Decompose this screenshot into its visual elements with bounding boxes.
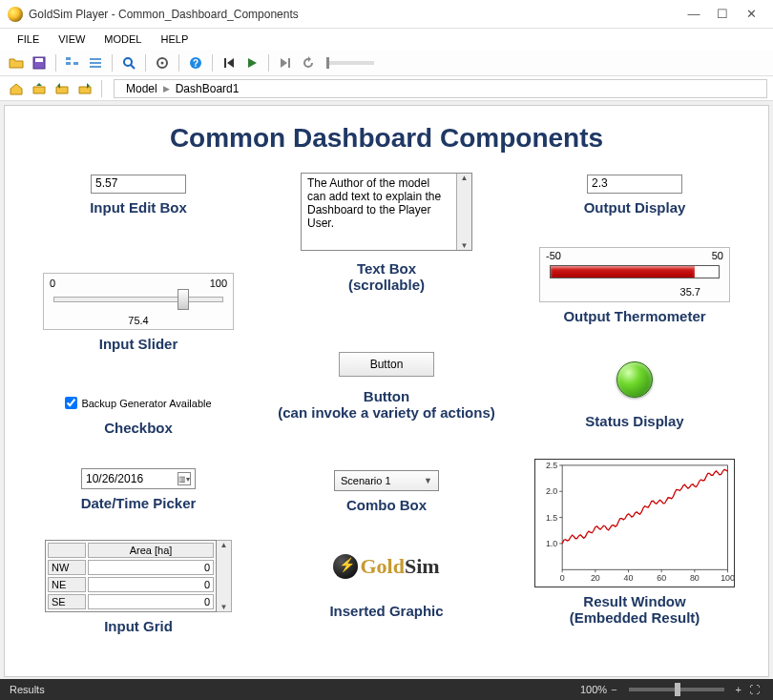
zoom-fit-button[interactable]: ⛶: [745, 684, 763, 695]
grid-scrollbar[interactable]: ▲▼: [217, 540, 232, 612]
datepicker-label: Date/Time Picker: [24, 495, 253, 511]
breadcrumb-page[interactable]: DashBoard1: [172, 82, 243, 95]
textbox-label-1: Text Box: [272, 260, 501, 277]
therm-max: 50: [712, 250, 723, 261]
zoom-slider[interactable]: [629, 688, 724, 691]
button-label-1: Button: [253, 388, 520, 404]
svg-rect-6: [90, 62, 101, 64]
menu-model[interactable]: MODEL: [94, 31, 151, 47]
slider-value: 75.4: [44, 315, 233, 326]
combo-box[interactable]: Scenario 1 ▼: [334, 470, 439, 491]
help-icon[interactable]: ?: [185, 52, 206, 73]
menu-file[interactable]: FILE: [8, 31, 49, 47]
grid-row-name: NE: [48, 577, 86, 592]
svg-text:?: ?: [193, 58, 198, 69]
result-label-1: Result Window: [520, 593, 749, 609]
textbox-content: The Author of the model can add text to …: [302, 174, 456, 250]
grid-row-name: NW: [48, 560, 86, 575]
menu-bar: FILE VIEW MODEL HELP: [0, 29, 773, 50]
svg-text:0: 0: [560, 573, 565, 583]
minimize-button[interactable]: —: [679, 7, 708, 21]
svg-line-9: [131, 65, 135, 69]
open-icon[interactable]: [6, 52, 27, 73]
checkbox-input[interactable]: [65, 397, 77, 409]
chevron-right-icon: ▶: [161, 84, 172, 93]
status-display-label: Status Display: [520, 413, 749, 429]
input-grid-label: Input Grid: [24, 618, 253, 634]
svg-rect-14: [224, 58, 226, 68]
breadcrumb[interactable]: Model ▶ DashBoard1: [114, 79, 767, 98]
slider-max: 100: [210, 278, 227, 289]
button-label-2: (can invoke a variety of actions): [253, 404, 520, 421]
logo-orb-icon: [333, 554, 358, 579]
date-time-picker[interactable]: 10/26/2016 ▥▾: [81, 468, 196, 489]
svg-rect-4: [73, 62, 78, 65]
svg-text:2.5: 2.5: [546, 461, 557, 470]
maximize-button[interactable]: ☐: [708, 7, 737, 21]
svg-rect-15: [288, 58, 290, 68]
nav-forward-icon[interactable]: [74, 78, 95, 99]
result-chart[interactable]: 1.01.52.02.5020406080100: [534, 459, 735, 587]
svg-text:80: 80: [690, 573, 700, 583]
input-slider[interactable]: 0 100 75.4: [43, 273, 234, 330]
text-box[interactable]: The Author of the model can add text to …: [301, 173, 472, 251]
page-title: Common Dashboard Components: [5, 106, 768, 154]
nav-back-icon[interactable]: [52, 78, 73, 99]
grid-cell[interactable]: 0: [88, 594, 214, 609]
zoom-out-button[interactable]: −: [607, 684, 620, 695]
svg-text:1.5: 1.5: [546, 513, 557, 523]
list-icon[interactable]: [85, 52, 106, 73]
skip-back-icon[interactable]: [219, 52, 240, 73]
status-led-icon: [616, 361, 653, 398]
close-button[interactable]: ✕: [737, 7, 765, 21]
breadcrumb-root[interactable]: Model: [122, 82, 161, 95]
toolbar: ?: [0, 50, 773, 76]
svg-rect-1: [35, 58, 43, 62]
checkbox-label: Checkbox: [24, 420, 253, 436]
textbox-scrollbar[interactable]: ▲▼: [456, 174, 471, 250]
slider-min: 0: [50, 278, 55, 289]
play-icon[interactable]: [241, 52, 262, 73]
checkbox-text: Backup Generator Available: [81, 398, 211, 409]
input-edit-label: Input Edit Box: [24, 199, 253, 216]
svg-text:20: 20: [591, 573, 600, 583]
textbox-label-2: (scrollable): [272, 277, 501, 293]
svg-text:1.0: 1.0: [546, 539, 557, 548]
input-grid[interactable]: Area [ha] NW0 NE0 SE0 ▲▼: [45, 540, 232, 612]
grid-cell[interactable]: 0: [88, 560, 214, 575]
status-bar: Results 100% − + ⛶: [0, 679, 773, 700]
svg-text:100: 100: [721, 573, 734, 583]
svg-text:40: 40: [624, 573, 634, 583]
zoom-in-button[interactable]: +: [732, 684, 745, 695]
grid-cell[interactable]: 0: [88, 577, 214, 592]
search-icon[interactable]: [118, 52, 139, 73]
svg-rect-2: [66, 57, 71, 60]
svg-text:2.0: 2.0: [546, 486, 557, 496]
speed-slider[interactable]: [326, 61, 374, 65]
settings-icon[interactable]: [152, 52, 173, 73]
nav-bar: Model ▶ DashBoard1: [0, 76, 773, 101]
svg-rect-7: [90, 66, 101, 68]
tree-icon[interactable]: [62, 52, 83, 73]
svg-point-8: [124, 58, 132, 66]
combo-value: Scenario 1: [341, 475, 391, 486]
svg-rect-5: [90, 58, 101, 60]
menu-view[interactable]: VIEW: [49, 31, 94, 47]
output-thermometer: -50 50 35.7: [539, 247, 730, 302]
calendar-icon[interactable]: ▥▾: [178, 472, 191, 485]
checkbox-backup-generator[interactable]: Backup Generator Available: [65, 397, 211, 409]
combo-label: Combo Box: [272, 497, 501, 513]
save-icon[interactable]: [29, 52, 50, 73]
refresh-icon[interactable]: [298, 52, 319, 73]
input-edit-box[interactable]: 5.57: [91, 175, 186, 194]
therm-min: -50: [546, 250, 561, 261]
dashboard-button[interactable]: Button: [339, 352, 434, 377]
slider-thumb[interactable]: [178, 289, 189, 310]
menu-help[interactable]: HELP: [151, 31, 198, 47]
window-title: GoldSim Player - Common_Dashboard_Compon…: [29, 8, 679, 21]
skip-forward-icon[interactable]: [275, 52, 296, 73]
nav-up-icon[interactable]: [29, 78, 50, 99]
inserted-graphic-label: Inserted Graphic: [272, 603, 501, 619]
nav-home-icon[interactable]: [6, 78, 27, 99]
result-label-2: (Embedded Result): [520, 609, 749, 626]
